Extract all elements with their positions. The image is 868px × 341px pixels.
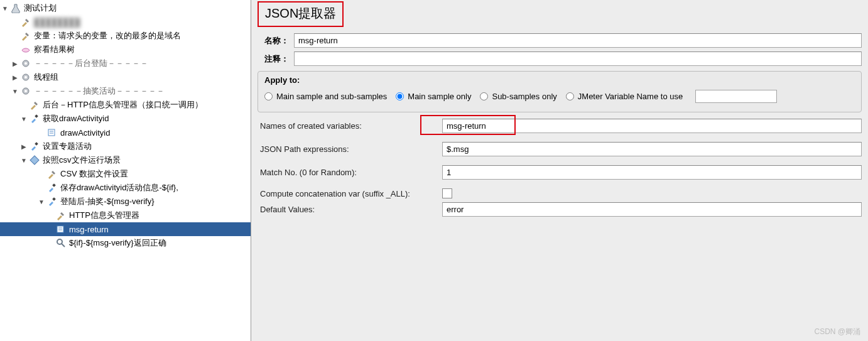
- svg-line-14: [62, 244, 65, 247]
- svg-rect-7: [48, 129, 55, 136]
- radio-jmeter-var[interactable]: JMeter Variable Name to use: [566, 92, 683, 101]
- collapse-icon[interactable]: ▼: [20, 116, 28, 122]
- names-label: Names of created variables:: [260, 121, 442, 131]
- tree-label: 保存drawActivityid活动信息-${if},: [60, 182, 178, 193]
- gear-icon: [20, 58, 31, 69]
- tree-label: drawActivityid: [60, 128, 110, 138]
- apply-to-label: Apply to:: [264, 75, 855, 85]
- tree-panel[interactable]: ▼ 测试计划 ████████ 变量：请求头的变量，改的最多的是域名 察看结果树…: [0, 0, 251, 341]
- tree-item-blurred[interactable]: ████████: [0, 15, 251, 29]
- detail-panel: JSON提取器 名称： 注释： Apply to: Main sample an…: [251, 0, 868, 341]
- gear-icon: [20, 72, 31, 83]
- svg-rect-9: [30, 156, 39, 165]
- svg-point-5: [24, 90, 27, 92]
- jmeter-var-input[interactable]: [695, 90, 777, 103]
- tree-item-thread-group[interactable]: ▶ 线程组: [0, 70, 251, 84]
- dropper-icon: [29, 141, 40, 152]
- svg-rect-12: [57, 226, 63, 232]
- svg-point-3: [24, 76, 27, 78]
- expand-icon[interactable]: ▶: [20, 143, 28, 150]
- concat-checkbox[interactable]: [442, 188, 452, 198]
- tree-item-test-plan[interactable]: ▼ 测试计划: [0, 1, 251, 15]
- tree-item-save-draw[interactable]: 保存drawActivityid活动信息-${if},: [0, 181, 251, 195]
- comment-label: 注释：: [259, 53, 289, 65]
- svg-rect-10: [52, 183, 56, 187]
- match-no-input[interactable]: [442, 165, 862, 180]
- collapse-icon[interactable]: ▼: [1, 5, 9, 12]
- tree-label: 获取drawActivityid: [43, 113, 109, 124]
- tools-icon: [46, 168, 58, 180]
- tree-item-http-header[interactable]: HTTP信息头管理器: [0, 208, 251, 222]
- gear-icon: [20, 85, 31, 97]
- names-input[interactable]: [442, 119, 862, 133]
- tree-label: 线程组: [34, 72, 58, 83]
- watermark: CSDN @卿涌: [814, 327, 860, 337]
- tree-item-lottery-section[interactable]: ▼ －－－－－－抽奖活动－－－－－－: [0, 84, 251, 98]
- radio-main-sub[interactable]: Main sample and sub-samples: [264, 92, 387, 101]
- svg-point-1: [24, 62, 27, 65]
- tree-label: 设置专题活动: [43, 141, 92, 152]
- collapse-icon[interactable]: ▼: [11, 88, 19, 95]
- tools-icon: [20, 16, 31, 28]
- diamond-icon: [29, 154, 40, 166]
- collapse-icon[interactable]: ▼: [38, 198, 45, 205]
- dropper-icon: [29, 113, 40, 124]
- tree-item-csv-scenario[interactable]: ▼ 按照csv文件运行场景: [0, 153, 251, 167]
- magnifier-icon: [55, 237, 67, 249]
- tree-label: HTTP信息头管理器: [69, 210, 139, 221]
- tree-item-variables[interactable]: 变量：请求头的变量，改的最多的是域名: [0, 29, 251, 43]
- tree-label: 察看结果树: [34, 44, 75, 55]
- panel-title: JSON提取器: [258, 1, 344, 27]
- tree-label: 登陆后-抽奖-${msg-verify}: [60, 196, 155, 207]
- name-label: 名称：: [259, 35, 289, 46]
- tree-item-set-topic[interactable]: ▶ 设置专题活动: [0, 139, 251, 153]
- tree-label: ${if}-${msg-verify}返回正确: [69, 237, 166, 249]
- default-label: Default Values:: [260, 205, 442, 214]
- extractor-icon: [46, 127, 58, 138]
- eye-icon: [20, 44, 31, 55]
- svg-rect-11: [52, 197, 56, 201]
- tree-item-get-draw[interactable]: ▼ 获取drawActivityid: [0, 112, 251, 126]
- dropper-icon: [46, 182, 58, 193]
- expand-icon[interactable]: ▶: [11, 74, 19, 81]
- tree-label: －－－－－后台登陆－－－－－: [34, 58, 148, 69]
- match-no-label: Match No. (0 for Random):: [260, 168, 442, 177]
- radio-sub-only[interactable]: Sub-samples only: [480, 92, 556, 101]
- json-path-input[interactable]: [442, 142, 862, 156]
- radio-main-only[interactable]: Main sample only: [396, 92, 471, 101]
- expand-icon[interactable]: ▶: [11, 60, 19, 67]
- tree-label: 按照csv文件运行场景: [43, 154, 121, 166]
- tree-item-draw-id[interactable]: drawActivityid: [0, 126, 251, 139]
- name-input[interactable]: [294, 33, 862, 48]
- tree-label: 后台－HTTP信息头管理器（接口统一调用）: [43, 99, 203, 111]
- tree-label: ████████: [34, 18, 80, 27]
- extractor-icon: [55, 224, 67, 235]
- tree-item-login-lottery[interactable]: ▼ 登陆后-抽奖-${msg-verify}: [0, 195, 251, 208]
- json-path-label: JSON Path expressions:: [260, 144, 442, 154]
- tree-item-login-section[interactable]: ▶ －－－－－后台登陆－－－－－: [0, 57, 251, 70]
- tree-label: 变量：请求头的变量，改的最多的是域名: [34, 30, 181, 41]
- dropper-icon: [46, 196, 58, 207]
- comment-input[interactable]: [294, 51, 862, 66]
- tree-label: msg-return: [69, 225, 109, 234]
- tree-label: 测试计划: [24, 3, 57, 14]
- tools-icon: [29, 99, 40, 111]
- svg-rect-8: [35, 142, 38, 146]
- tools-icon: [20, 30, 31, 41]
- apply-to-group: Apply to: Main sample and sub-samples Ma…: [258, 71, 862, 112]
- collapse-icon[interactable]: ▼: [20, 157, 28, 164]
- flask-icon: [10, 3, 21, 14]
- tree-item-msg-return[interactable]: msg-return: [0, 222, 251, 236]
- tree-label: －－－－－－抽奖活动－－－－－－: [34, 85, 165, 97]
- tree-item-view-results[interactable]: 察看结果树: [0, 43, 251, 57]
- default-input[interactable]: [442, 202, 862, 217]
- tree-label: CSV 数据文件设置: [60, 168, 128, 180]
- tools-icon: [55, 210, 67, 221]
- tree-item-csv-settings[interactable]: CSV 数据文件设置: [0, 167, 251, 181]
- svg-rect-6: [35, 114, 38, 118]
- tree-item-http-header-mgr[interactable]: 后台－HTTP信息头管理器（接口统一调用）: [0, 98, 251, 112]
- tree-item-if-verify[interactable]: ${if}-${msg-verify}返回正确: [0, 236, 251, 250]
- svg-point-13: [57, 239, 62, 244]
- concat-label: Compute concatenation var (suffix _ALL):: [260, 189, 442, 198]
